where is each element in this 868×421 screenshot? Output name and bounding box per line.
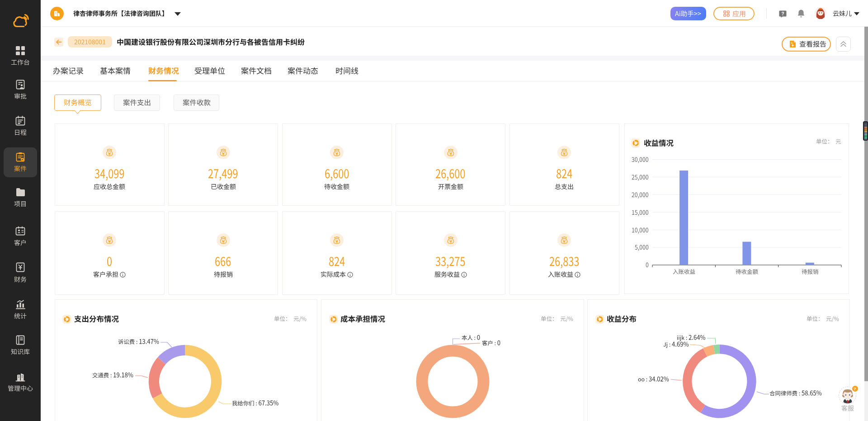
svg-text:?: ? [781,11,784,16]
